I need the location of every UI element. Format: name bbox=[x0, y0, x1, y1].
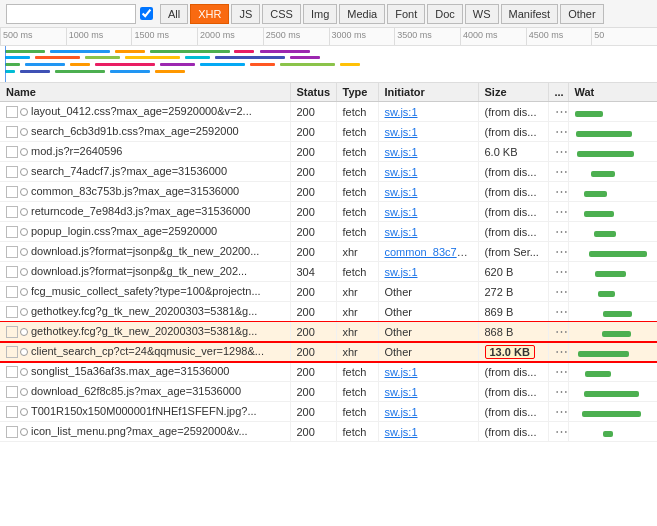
hide-data-urls-checkbox[interactable] bbox=[140, 7, 153, 20]
cell-dots[interactable]: ⋯ bbox=[548, 102, 568, 122]
more-options-button[interactable]: ⋯ bbox=[555, 324, 569, 339]
initiator-link[interactable]: sw.js:1 bbox=[385, 406, 418, 418]
initiator-link[interactable]: common_83c753b... bbox=[385, 246, 479, 258]
tab-ws[interactable]: WS bbox=[465, 4, 499, 24]
table-row[interactable]: T001R150x150M000001fNHEf1SFEFN.jpg?...20… bbox=[0, 402, 657, 422]
col-header-name[interactable]: Name bbox=[0, 83, 290, 102]
tab-all[interactable]: All bbox=[160, 4, 188, 24]
cell-initiator[interactable]: sw.js:1 bbox=[378, 262, 478, 282]
cell-initiator[interactable]: sw.js:1 bbox=[378, 162, 478, 182]
table-row[interactable]: songlist_15a36af3s.max_age=31536000200fe… bbox=[0, 362, 657, 382]
table-row[interactable]: fcg_music_collect_safety?type=100&projec… bbox=[0, 282, 657, 302]
tab-img[interactable]: Img bbox=[303, 4, 337, 24]
initiator-link[interactable]: sw.js:1 bbox=[385, 106, 418, 118]
row-checkbox[interactable] bbox=[6, 126, 18, 138]
cell-dots[interactable]: ⋯ bbox=[548, 142, 568, 162]
cell-initiator[interactable]: sw.js:1 bbox=[378, 102, 478, 122]
more-options-button[interactable]: ⋯ bbox=[555, 404, 569, 419]
cell-dots[interactable]: ⋯ bbox=[548, 282, 568, 302]
col-header-size[interactable]: Size bbox=[478, 83, 548, 102]
initiator-link[interactable]: sw.js:1 bbox=[385, 366, 418, 378]
col-header-type[interactable]: Type bbox=[336, 83, 378, 102]
cell-initiator[interactable]: sw.js:1 bbox=[378, 222, 478, 242]
cell-initiator[interactable]: sw.js:1 bbox=[378, 142, 478, 162]
cell-dots[interactable]: ⋯ bbox=[548, 362, 568, 382]
row-checkbox[interactable] bbox=[6, 146, 18, 158]
tab-xhr[interactable]: XHR bbox=[190, 4, 229, 24]
more-options-button[interactable]: ⋯ bbox=[555, 144, 569, 159]
row-checkbox[interactable] bbox=[6, 266, 18, 278]
table-row[interactable]: download.js?format=jsonp&g_tk_new_20200.… bbox=[0, 242, 657, 262]
row-checkbox[interactable] bbox=[6, 226, 18, 238]
cell-dots[interactable]: ⋯ bbox=[548, 382, 568, 402]
cell-initiator[interactable]: common_83c753b... bbox=[378, 242, 478, 262]
row-checkbox[interactable] bbox=[6, 306, 18, 318]
tab-js[interactable]: JS bbox=[231, 4, 260, 24]
table-row[interactable]: search_6cb3d91b.css?max_age=2592000200fe… bbox=[0, 122, 657, 142]
row-checkbox[interactable] bbox=[6, 326, 18, 338]
table-row[interactable]: common_83c753b.js?max_age=31536000200fet… bbox=[0, 182, 657, 202]
table-row[interactable]: layout_0412.css?max_age=25920000&v=2...2… bbox=[0, 102, 657, 122]
more-options-button[interactable]: ⋯ bbox=[555, 244, 569, 259]
row-checkbox[interactable] bbox=[6, 386, 18, 398]
table-row[interactable]: download_62f8c85.js?max_age=31536000200f… bbox=[0, 382, 657, 402]
filter-input[interactable] bbox=[6, 4, 136, 24]
initiator-link[interactable]: sw.js:1 bbox=[385, 266, 418, 278]
table-row[interactable]: search_74adcf7.js?max_age=31536000200fet… bbox=[0, 162, 657, 182]
cell-initiator[interactable]: sw.js:1 bbox=[378, 182, 478, 202]
cell-initiator[interactable]: sw.js:1 bbox=[378, 402, 478, 422]
table-row[interactable]: gethotkey.fcg?g_tk_new_20200303=5381&g..… bbox=[0, 322, 657, 342]
row-checkbox[interactable] bbox=[6, 106, 18, 118]
more-options-button[interactable]: ⋯ bbox=[555, 204, 569, 219]
table-row[interactable]: mod.js?r=2640596200fetchsw.js:16.0 KB⋯ bbox=[0, 142, 657, 162]
more-options-button[interactable]: ⋯ bbox=[555, 164, 569, 179]
table-row[interactable]: returncode_7e984d3.js?max_age=3153600020… bbox=[0, 202, 657, 222]
row-checkbox[interactable] bbox=[6, 286, 18, 298]
cell-dots[interactable]: ⋯ bbox=[548, 302, 568, 322]
tab-doc[interactable]: Doc bbox=[427, 4, 463, 24]
more-options-button[interactable]: ⋯ bbox=[555, 224, 569, 239]
more-options-button[interactable]: ⋯ bbox=[555, 304, 569, 319]
cell-dots[interactable]: ⋯ bbox=[548, 202, 568, 222]
col-header-waterfall[interactable]: Wat bbox=[568, 83, 657, 102]
cell-dots[interactable]: ⋯ bbox=[548, 342, 568, 362]
cell-initiator[interactable]: sw.js:1 bbox=[378, 202, 478, 222]
cell-dots[interactable]: ⋯ bbox=[548, 322, 568, 342]
cell-dots[interactable]: ⋯ bbox=[548, 422, 568, 442]
cell-initiator[interactable]: sw.js:1 bbox=[378, 122, 478, 142]
more-options-button[interactable]: ⋯ bbox=[555, 264, 569, 279]
more-options-button[interactable]: ⋯ bbox=[555, 124, 569, 139]
row-checkbox[interactable] bbox=[6, 346, 18, 358]
cell-dots[interactable]: ⋯ bbox=[548, 262, 568, 282]
col-header-initiator[interactable]: Initiator bbox=[378, 83, 478, 102]
row-checkbox[interactable] bbox=[6, 186, 18, 198]
more-options-button[interactable]: ⋯ bbox=[555, 384, 569, 399]
table-row[interactable]: gethotkey.fcg?g_tk_new_20200303=5381&g..… bbox=[0, 302, 657, 322]
cell-dots[interactable]: ⋯ bbox=[548, 402, 568, 422]
initiator-link[interactable]: sw.js:1 bbox=[385, 126, 418, 138]
table-row[interactable]: icon_list_menu.png?max_age=2592000&v...2… bbox=[0, 422, 657, 442]
tab-manifest[interactable]: Manifest bbox=[501, 4, 559, 24]
more-options-button[interactable]: ⋯ bbox=[555, 284, 569, 299]
more-options-button[interactable]: ⋯ bbox=[555, 184, 569, 199]
table-row[interactable]: client_search_cp?ct=24&qqmusic_ver=1298&… bbox=[0, 342, 657, 362]
row-checkbox[interactable] bbox=[6, 426, 18, 438]
more-options-button[interactable]: ⋯ bbox=[555, 104, 569, 119]
row-checkbox[interactable] bbox=[6, 406, 18, 418]
initiator-link[interactable]: sw.js:1 bbox=[385, 166, 418, 178]
more-options-button[interactable]: ⋯ bbox=[555, 364, 569, 379]
initiator-link[interactable]: sw.js:1 bbox=[385, 226, 418, 238]
hide-data-urls-label[interactable] bbox=[140, 7, 156, 20]
col-header-dots[interactable]: ... bbox=[548, 83, 568, 102]
cell-dots[interactable]: ⋯ bbox=[548, 122, 568, 142]
tab-css[interactable]: CSS bbox=[262, 4, 301, 24]
initiator-link[interactable]: sw.js:1 bbox=[385, 206, 418, 218]
more-options-button[interactable]: ⋯ bbox=[555, 424, 569, 439]
table-row[interactable]: popup_login.css?max_age=25920000200fetch… bbox=[0, 222, 657, 242]
cell-initiator[interactable]: sw.js:1 bbox=[378, 382, 478, 402]
cell-initiator[interactable]: sw.js:1 bbox=[378, 362, 478, 382]
row-checkbox[interactable] bbox=[6, 206, 18, 218]
initiator-link[interactable]: sw.js:1 bbox=[385, 426, 418, 438]
row-checkbox[interactable] bbox=[6, 366, 18, 378]
tab-media[interactable]: Media bbox=[339, 4, 385, 24]
